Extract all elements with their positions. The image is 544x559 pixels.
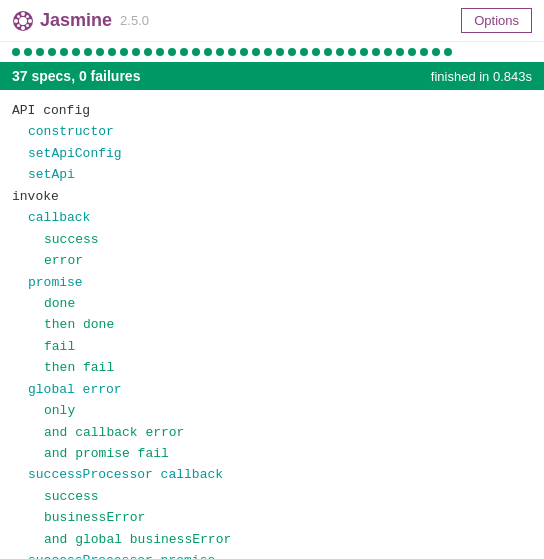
spec-dot [108, 48, 116, 56]
list-item: and promise fail [12, 443, 532, 464]
spec-dot [360, 48, 368, 56]
spec-dot [264, 48, 272, 56]
specs-summary: 37 specs, 0 failures [12, 68, 140, 84]
spec-dot [300, 48, 308, 56]
spec-dot [84, 48, 92, 56]
svg-point-1 [19, 17, 27, 25]
list-item: only [12, 400, 532, 421]
spec-dot [204, 48, 212, 56]
list-item: businessError [12, 507, 532, 528]
main-content: API configconstructorsetApiConfigsetApii… [0, 90, 544, 559]
spec-dot [180, 48, 188, 56]
spec-dot [432, 48, 440, 56]
spec-dot [348, 48, 356, 56]
svg-point-6 [17, 15, 20, 18]
svg-point-5 [28, 19, 32, 23]
spec-dot [312, 48, 320, 56]
header-left: Jasmine 2.5.0 [12, 10, 149, 32]
spec-dot [36, 48, 44, 56]
spec-dot [168, 48, 176, 56]
list-item: constructor [12, 121, 532, 142]
spec-dot [120, 48, 128, 56]
options-button[interactable]: Options [461, 8, 532, 33]
spec-dot [324, 48, 332, 56]
spec-dot [60, 48, 68, 56]
list-item: then fail [12, 357, 532, 378]
spec-dot [156, 48, 164, 56]
spec-dot [24, 48, 32, 56]
spec-dot [12, 48, 20, 56]
spec-dot [408, 48, 416, 56]
list-item: success [12, 229, 532, 250]
list-item: and global businessError [12, 529, 532, 550]
list-item: then done [12, 314, 532, 335]
list-item: promise [12, 272, 532, 293]
list-item: successProcessor callback [12, 464, 532, 485]
list-item: fail [12, 336, 532, 357]
spec-dot [396, 48, 404, 56]
spec-dot [216, 48, 224, 56]
svg-point-4 [14, 19, 18, 23]
svg-point-8 [17, 24, 20, 27]
spec-dot [336, 48, 344, 56]
spec-dot [228, 48, 236, 56]
spec-dot [96, 48, 104, 56]
list-item: successProcessor promise [12, 550, 532, 559]
svg-point-7 [26, 15, 29, 18]
status-bar: 37 specs, 0 failures finished in 0.843s [0, 62, 544, 90]
header: Jasmine 2.5.0 Options [0, 0, 544, 42]
spec-dot [372, 48, 380, 56]
list-item: global error [12, 379, 532, 400]
list-item: error [12, 250, 532, 271]
spec-dot [132, 48, 140, 56]
svg-point-9 [26, 24, 29, 27]
list-item: API config [12, 100, 532, 121]
spec-dot [144, 48, 152, 56]
dots-row [0, 42, 544, 62]
spec-dot [72, 48, 80, 56]
spec-dot [420, 48, 428, 56]
spec-dot [276, 48, 284, 56]
spec-dot [192, 48, 200, 56]
list-item: callback [12, 207, 532, 228]
jasmine-icon [12, 10, 34, 32]
finished-time: finished in 0.843s [431, 69, 532, 84]
jasmine-brand: Jasmine [40, 10, 112, 31]
spec-dot [444, 48, 452, 56]
jasmine-version: 2.5.0 [120, 13, 149, 28]
list-item: setApiConfig [12, 143, 532, 164]
list-item: and callback error [12, 422, 532, 443]
spec-dot [288, 48, 296, 56]
svg-point-2 [21, 12, 25, 16]
list-item: setApi [12, 164, 532, 185]
spec-dot [252, 48, 260, 56]
jasmine-logo: Jasmine [12, 10, 112, 32]
list-item: done [12, 293, 532, 314]
svg-point-3 [21, 26, 25, 30]
spec-dot [240, 48, 248, 56]
spec-dot [384, 48, 392, 56]
list-item: success [12, 486, 532, 507]
spec-dot [48, 48, 56, 56]
list-item: invoke [12, 186, 532, 207]
